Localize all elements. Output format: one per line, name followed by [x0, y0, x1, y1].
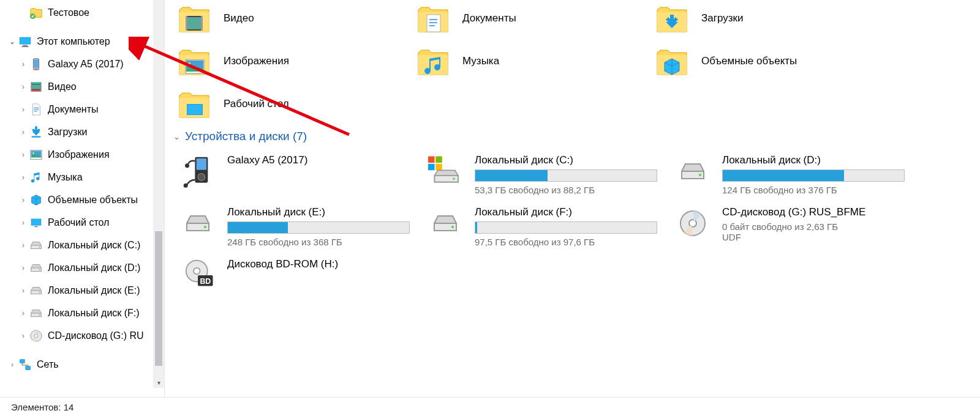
- tree-item-label: Загрузки: [48, 127, 87, 138]
- tree-chevron-icon[interactable]: ›: [17, 218, 29, 227]
- tree-chevron-icon[interactable]: ›: [17, 264, 29, 272]
- tree-chevron-icon[interactable]: ›: [17, 105, 29, 114]
- tree-chevron-icon[interactable]: ›: [17, 309, 29, 318]
- tree-item-label: Музыка: [48, 172, 83, 183]
- sidebar-scrollbar[interactable]: ▾: [153, 0, 164, 388]
- drive-item[interactable]: BDДисковод BD-ROM (H:): [177, 258, 422, 292]
- cube-folder-icon: [655, 44, 689, 78]
- status-bar: Элементов: 14: [0, 397, 980, 416]
- scrollbar-thumb[interactable]: [155, 231, 162, 366]
- drive-subtext2: UDF: [722, 232, 905, 242]
- tree-item[interactable]: ›Изображения: [0, 143, 164, 166]
- cube-icon: [29, 193, 43, 207]
- tree-chevron-icon[interactable]: ›: [17, 286, 29, 295]
- tree-item[interactable]: ›Galaxy A5 (2017): [0, 53, 164, 75]
- download-folder-icon: [655, 1, 689, 35]
- drive-subtext: 97,5 ГБ свободно из 97,6 ГБ: [475, 237, 657, 247]
- svg-rect-11: [31, 84, 42, 89]
- drive-icon: [424, 206, 466, 240]
- tree-item-label: Galaxy A5 (2017): [48, 59, 124, 70]
- svg-point-59: [453, 178, 455, 180]
- tree-chevron-icon[interactable]: ›: [17, 241, 29, 250]
- tree-item[interactable]: ›Рабочий стол: [0, 211, 164, 234]
- cd-icon: [672, 206, 714, 240]
- tree-chevron-icon[interactable]: ›: [17, 83, 29, 91]
- tree-chevron-icon[interactable]: ⌄: [6, 37, 18, 46]
- drive-item[interactable]: Локальный диск (D:)124 ГБ свободно из 37…: [672, 154, 917, 195]
- tree-item-label: Этот компьютер: [37, 36, 110, 47]
- status-item-count: Элементов: 14: [11, 402, 74, 412]
- tree-item[interactable]: ›CD-дисковод (G:) RU: [0, 324, 164, 347]
- drive-icon: [29, 261, 43, 275]
- tree-item-label: Локальный диск (D:): [48, 262, 140, 273]
- tree-item-label: Тестовое: [48, 7, 89, 18]
- svg-point-27: [39, 269, 40, 270]
- drive-capacity-bar: [475, 221, 657, 234]
- network-icon: [18, 358, 32, 371]
- music-folder-icon: [416, 44, 450, 78]
- svg-rect-35: [26, 366, 30, 370]
- drive-item[interactable]: Galaxy A5 (2017): [177, 154, 422, 195]
- svg-rect-13: [40, 82, 41, 91]
- tree-item[interactable]: ›Сеть: [0, 353, 164, 376]
- drive-subtext: 248 ГБ свободно из 368 ГБ: [227, 237, 410, 247]
- tree-item[interactable]: ›Видео: [0, 75, 164, 98]
- svg-rect-39: [201, 16, 203, 31]
- svg-point-51: [198, 174, 205, 181]
- folder-label: Документы: [462, 12, 516, 24]
- tree-item[interactable]: ›Локальный диск (D:): [0, 256, 164, 279]
- document-folder-icon: [416, 1, 450, 35]
- tree-chevron-icon[interactable]: ›: [17, 332, 29, 340]
- folder-item[interactable]: Видео: [177, 0, 398, 37]
- tree-chevron-icon[interactable]: ›: [17, 150, 29, 159]
- tree-item[interactable]: ⌄Этот компьютер: [0, 30, 164, 53]
- tree-item[interactable]: ›Локальный диск (C:): [0, 234, 164, 256]
- svg-point-63: [204, 226, 206, 228]
- tree-chevron-icon[interactable]: ›: [17, 173, 29, 182]
- drive-subtext: 53,3 ГБ свободно из 88,2 ГБ: [475, 185, 657, 195]
- svg-rect-12: [31, 82, 32, 91]
- folder-item[interactable]: Объемные объекты: [655, 43, 875, 80]
- tree-chevron-icon[interactable]: ›: [6, 360, 18, 369]
- tree-item-label: CD-дисковод (G:) RU: [48, 330, 144, 341]
- svg-rect-54: [428, 157, 435, 163]
- tree-item[interactable]: ›Загрузки: [0, 121, 164, 143]
- tree-item-label: Локальный диск (E:): [48, 285, 140, 296]
- drives-grid: Galaxy A5 (2017)Локальный диск (C:)53,3 …: [177, 154, 974, 292]
- tree-item[interactable]: ›Локальный диск (E:): [0, 279, 164, 302]
- tree-chevron-icon[interactable]: ›: [17, 60, 29, 69]
- section-header-devices[interactable]: ⌄ Устройства и диски (7): [173, 130, 974, 143]
- drive-subtext: 0 байт свободно из 2,63 ГБ: [722, 221, 905, 232]
- tree-chevron-icon[interactable]: ›: [17, 128, 29, 136]
- computer-icon: [18, 35, 32, 48]
- svg-rect-10: [31, 89, 42, 91]
- folder-item[interactable]: Документы: [416, 0, 636, 37]
- tree-item[interactable]: Тестовое: [0, 1, 164, 24]
- tree-chevron-icon[interactable]: ›: [17, 196, 29, 204]
- folder-item[interactable]: Изображения: [177, 43, 398, 80]
- scrollbar-down-button[interactable]: ▾: [153, 377, 164, 388]
- tree-item-label: Видео: [48, 81, 77, 92]
- drive-item[interactable]: Локальный диск (E:)248 ГБ свободно из 36…: [177, 206, 422, 247]
- svg-rect-6: [34, 59, 38, 67]
- drive-item[interactable]: Локальный диск (C:)53,3 ГБ свободно из 8…: [424, 154, 669, 195]
- cd-icon: [29, 329, 43, 343]
- folder-item[interactable]: Рабочий стол: [177, 86, 398, 122]
- phone-icon: [29, 58, 43, 71]
- folder-item[interactable]: Музыка: [416, 43, 636, 80]
- svg-point-69: [194, 268, 200, 275]
- music-icon: [29, 171, 43, 184]
- tree-item[interactable]: ›Музыка: [0, 166, 164, 188]
- svg-rect-38: [186, 16, 187, 31]
- tree-item-label: Объемные объекты: [48, 195, 138, 206]
- folder-item[interactable]: Загрузки: [655, 0, 875, 37]
- tree-item[interactable]: ›Локальный диск (F:): [0, 302, 164, 324]
- drive-item[interactable]: CD-дисковод (G:) RUS_BFME0 байт свободно…: [672, 206, 917, 247]
- drive-icon: [672, 154, 714, 188]
- drive-item[interactable]: Локальный диск (F:)97,5 ГБ свободно из 9…: [424, 206, 669, 247]
- tree-item[interactable]: ›Документы: [0, 98, 164, 121]
- document-icon: [29, 103, 43, 116]
- drive-name: Локальный диск (D:): [722, 154, 905, 166]
- tree-item[interactable]: ›Объемные объекты: [0, 188, 164, 211]
- folder-label: Объемные объекты: [701, 55, 797, 67]
